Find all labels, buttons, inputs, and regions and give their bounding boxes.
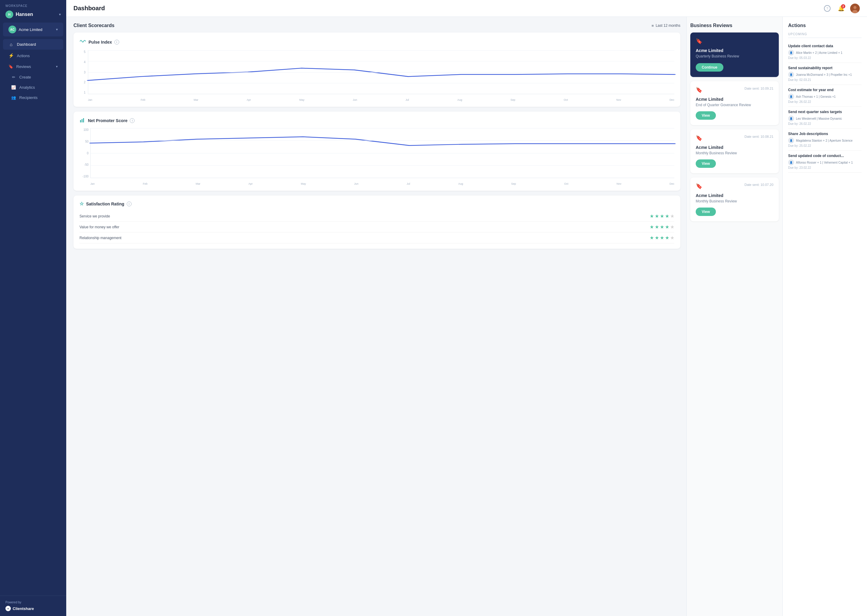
filter-row[interactable]: ≡ Last 12 months <box>651 24 680 28</box>
notifications-button[interactable]: 🔔 2 <box>836 4 846 13</box>
star-5: ★ <box>670 235 674 240</box>
reviews-chevron-icon: ▾ <box>56 64 58 69</box>
content-area: Client Scorecards ≡ Last 12 months Pulse… <box>66 17 867 616</box>
sidebar-bottom: Powered by ● Clientshare <box>0 596 66 616</box>
action-avatar-3: 👤 <box>788 115 794 121</box>
brand-name: Clientshare <box>13 607 34 611</box>
pulse-index-chart: 54321 JanFebMarAprMay <box>79 50 674 101</box>
create-icon: ✏ <box>11 75 16 79</box>
pulse-info-icon[interactable]: i <box>114 40 119 44</box>
nav-analytics[interactable]: 📈 Analytics <box>5 82 63 92</box>
action-item-1[interactable]: Send sustainability report 👤 Joanna McDo… <box>788 63 862 85</box>
topbar-right: ? 🔔 2 <box>823 4 860 13</box>
action-info-0: Alice Martin + 2 | Acme Limited + 1 <box>796 51 842 55</box>
action-avatar-2: 👤 <box>788 94 794 99</box>
workspace-icon: H <box>5 11 13 18</box>
nav-actions[interactable]: ⚡ Actions <box>3 50 63 61</box>
action-info-2: Ash Thomas + 1 | Genesis +1 <box>796 95 836 98</box>
continue-button[interactable]: Continue <box>696 63 724 72</box>
action-item-2[interactable]: Cost estimate for year end 👤 Ash Thomas … <box>788 85 862 107</box>
action-title-5: Send updated code of conduct... <box>788 154 862 158</box>
nav-recipients[interactable]: 👥 Recipients <box>5 93 63 102</box>
nav-actions-label: Actions <box>17 53 30 58</box>
review-top-2: 🔖 Date sent: 10.08.21 <box>696 135 773 141</box>
review-card-0: 🔖 Acme Limited Quarterly Business Review… <box>690 33 779 77</box>
analytics-icon: 📈 <box>11 85 16 90</box>
help-button[interactable]: ? <box>823 4 832 13</box>
action-title-4: Share Job descriptions <box>788 132 862 136</box>
satisfaction-info-icon[interactable]: i <box>127 201 132 206</box>
action-item-0[interactable]: Update client contact data 👤 Alice Marti… <box>788 41 862 63</box>
pulse-index-card: Pulse Index i 54321 <box>74 33 680 107</box>
reviews-icon: 🔖 <box>8 64 13 69</box>
action-title-3: Send next quarter sales targets <box>788 110 862 114</box>
review-card-2: 🔖 Date sent: 10.08.21 Acme Limited Month… <box>690 129 779 173</box>
bookmark-icon-0: 🔖 <box>696 38 702 44</box>
nav-create[interactable]: ✏ Create <box>5 72 63 82</box>
view-button-2[interactable]: View <box>696 159 716 168</box>
review-card-1: 🔖 Date sent: 10.09.21 Acme Limited End o… <box>690 81 779 125</box>
client-selector[interactable]: AC Acme Limited ▾ <box>3 22 63 36</box>
review-date-3: Date sent: 10.07.20 <box>744 183 773 187</box>
filter-icon: ≡ <box>651 24 654 28</box>
nav-recipients-label: Recipients <box>19 95 38 100</box>
upcoming-label: UPCOMING <box>788 33 862 38</box>
action-due-0: Due by: 05.03.22 <box>788 56 862 60</box>
grid-line <box>91 140 674 141</box>
powered-by-label: Powered by <box>5 601 61 604</box>
action-avatar-5: 👤 <box>788 159 794 165</box>
grid-line <box>88 50 674 50</box>
action-due-1: Due by: 02.03.21 <box>788 78 862 82</box>
actions-icon: ⚡ <box>8 53 14 58</box>
action-meta-0: 👤 Alice Martin + 2 | Acme Limited + 1 <box>788 50 862 56</box>
action-info-3: Leo Westervelt | Massive Dynamic <box>796 117 842 120</box>
svg-rect-5 <box>83 118 84 123</box>
star-4: ★ <box>665 213 669 219</box>
nav-create-label: Create <box>19 75 31 79</box>
nav-analytics-label: Analytics <box>19 85 35 90</box>
review-date-2: Date sent: 10.08.21 <box>744 135 773 138</box>
grid-line <box>91 128 674 129</box>
star-1: ★ <box>649 213 654 219</box>
user-avatar[interactable] <box>850 4 860 13</box>
action-meta-3: 👤 Leo Westervelt | Massive Dynamic <box>788 115 862 121</box>
workspace-label: WORKSPACE <box>0 0 66 9</box>
nav-dashboard[interactable]: ⌂ Dashboard <box>3 39 63 50</box>
action-meta-4: 👤 Magdalena Stanton + 2 | Aperture Scien… <box>788 137 862 143</box>
action-avatar-1: 👤 <box>788 72 794 78</box>
satisfaction-items: Service we provide ★ ★ ★ ★ ★ Value for m… <box>79 211 674 244</box>
help-icon: ? <box>824 5 831 12</box>
nps-card: Net Promoter Score i 100500-50-100 <box>74 112 680 191</box>
action-avatar-4: 👤 <box>788 137 794 143</box>
view-button-1[interactable]: View <box>696 111 716 120</box>
action-avatar-0: 👤 <box>788 50 794 56</box>
star-2: ★ <box>655 235 659 240</box>
nps-y-labels: 100500-50-100 <box>79 128 90 178</box>
star-5: ★ <box>670 224 674 230</box>
action-info-4: Magdalena Stanton + 2 | Aperture Science <box>796 139 853 142</box>
pulse-icon <box>79 38 86 46</box>
star-2: ★ <box>655 224 659 230</box>
action-item-3[interactable]: Send next quarter sales targets 👤 Leo We… <box>788 107 862 129</box>
nps-info-icon[interactable]: i <box>130 118 134 123</box>
nav-reviews-section[interactable]: 🔖 Reviews ▾ <box>3 62 63 72</box>
action-item-4[interactable]: Share Job descriptions 👤 Magdalena Stant… <box>788 129 862 151</box>
pulse-index-title-row: Pulse Index i <box>79 38 674 46</box>
workspace-selector[interactable]: H Hansen ▾ <box>0 9 66 22</box>
rating-row-0: Service we provide ★ ★ ★ ★ ★ <box>79 211 674 222</box>
nps-chart: 100500-50-100 JanFebM <box>79 128 674 185</box>
actions-title: Actions <box>788 23 862 28</box>
nps-x-labels: JanFebMarAprMayJunJulAugSepOctNovDec <box>90 182 674 185</box>
action-item-5[interactable]: Send updated code of conduct... 👤 Alfons… <box>788 151 862 173</box>
bookmark-icon-3: 🔖 <box>696 183 702 190</box>
star-3: ★ <box>660 235 664 240</box>
star-3: ★ <box>660 213 664 219</box>
rating-label-2: Relationship management <box>79 236 121 240</box>
grid-line <box>88 61 674 61</box>
action-meta-1: 👤 Joanna McDormand + 3 | Propeller Inc +… <box>788 72 862 78</box>
notification-badge: 2 <box>841 4 845 8</box>
view-button-3[interactable]: View <box>696 207 716 216</box>
star-icon: ☆ <box>79 201 84 207</box>
main-area: Dashboard ? 🔔 2 Client Scorecards ≡ Last… <box>66 0 867 616</box>
action-info-5: Alfonso Rosser + 1 | Vehement Capital + … <box>796 161 853 164</box>
